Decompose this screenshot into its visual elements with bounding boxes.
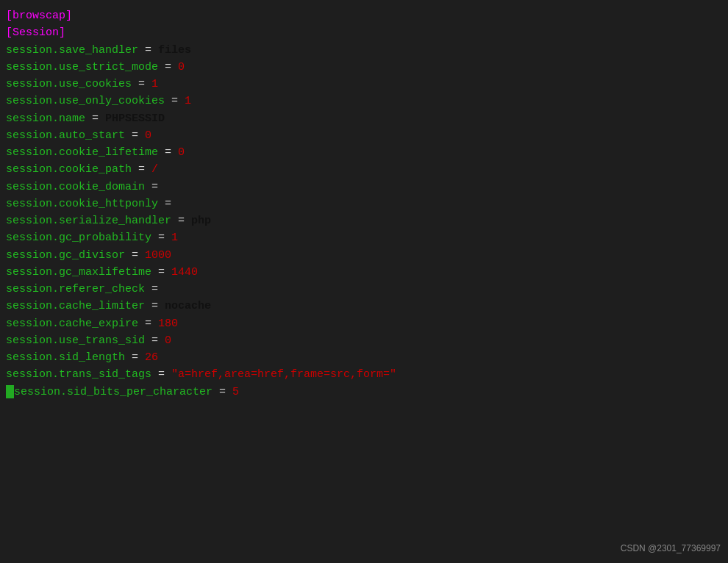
code-token: 0 xyxy=(145,129,151,142)
code-token: 1 xyxy=(171,232,178,244)
code-token: files xyxy=(158,44,191,57)
code-token: session.gc_probability xyxy=(6,232,151,244)
code-token: php xyxy=(191,215,211,227)
code-token: = xyxy=(132,163,151,176)
code-token: session.cookie_lifetime xyxy=(6,146,158,159)
code-token: [Session] xyxy=(6,26,65,39)
code-token: = xyxy=(85,112,105,125)
code-line: session.use_cookies = 1 xyxy=(6,76,722,93)
code-token: session.use_cookies xyxy=(6,78,132,90)
code-line: session.gc_divisor = 1000 xyxy=(6,247,722,264)
code-token: session.gc_maxlifetime xyxy=(6,266,151,279)
code-token: = xyxy=(151,368,171,381)
code-line: [Session] xyxy=(6,24,722,41)
code-token: = xyxy=(138,44,158,57)
code-token: = xyxy=(151,266,171,279)
code-token: nocache xyxy=(165,300,211,312)
code-token: = xyxy=(145,300,165,312)
code-token: = xyxy=(138,318,158,330)
code-token: 1440 xyxy=(171,266,198,279)
code-token: session.use_trans_sid xyxy=(6,334,145,347)
code-token: session.name xyxy=(6,112,85,125)
code-token: 0 xyxy=(178,61,185,73)
code-lines: [browscap][Session]session.save_handler … xyxy=(6,7,722,401)
code-token: session.use_strict_mode xyxy=(6,61,158,73)
code-line: session.sid_bits_per_character = 5 xyxy=(6,384,722,401)
code-token: session.auto_start xyxy=(6,129,125,142)
code-line: session.cookie_lifetime = 0 xyxy=(6,144,722,161)
code-token: session.cookie_httponly xyxy=(6,198,158,210)
code-token: = xyxy=(125,129,145,142)
highlight-marker xyxy=(6,385,14,398)
code-token: session.cookie_domain xyxy=(6,181,145,193)
code-token: session.sid_length xyxy=(6,351,125,364)
code-line: session.trans_sid_tags = "a=href,area=hr… xyxy=(6,366,722,383)
code-token: / xyxy=(151,163,158,176)
code-line: session.cookie_httponly = xyxy=(6,196,722,212)
code-token: [browscap] xyxy=(6,10,72,22)
code-token: = xyxy=(165,95,185,107)
code-token: = xyxy=(158,146,178,159)
code-line: session.name = PHPSESSID xyxy=(6,110,722,127)
code-block: [browscap][Session]session.save_handler … xyxy=(0,0,728,563)
code-line: session.gc_probability = 1 xyxy=(6,229,722,246)
code-token: session.use_only_cookies xyxy=(6,95,165,107)
code-token: session.save_handler xyxy=(6,44,138,57)
code-line: session.cache_limiter = nocache xyxy=(6,298,722,315)
code-token: session.trans_sid_tags xyxy=(6,368,151,381)
code-token: session.sid_bits_per_character xyxy=(14,386,213,398)
code-token: session.cache_expire xyxy=(6,318,138,330)
code-line: session.auto_start = 0 xyxy=(6,127,722,144)
code-line: session.cache_expire = 180 xyxy=(6,315,722,332)
code-token: 1000 xyxy=(145,249,171,262)
code-token: = xyxy=(171,215,191,227)
code-token: 0 xyxy=(178,146,185,159)
code-token: session.referer_check xyxy=(6,283,145,295)
code-token: 26 xyxy=(145,351,158,364)
code-token: 5 xyxy=(232,386,239,398)
code-token: PHPSESSID xyxy=(105,112,165,125)
code-line: session.cookie_domain = xyxy=(6,179,722,196)
code-token: session.serialize_handler xyxy=(6,215,171,227)
code-line: session.gc_maxlifetime = 1440 xyxy=(6,264,722,281)
code-token: = xyxy=(125,249,145,262)
code-line: session.use_trans_sid = 0 xyxy=(6,332,722,349)
code-line: session.use_strict_mode = 0 xyxy=(6,59,722,76)
code-token: session.cache_limiter xyxy=(6,300,145,312)
code-token: 1 xyxy=(185,95,191,107)
code-line: session.save_handler = files xyxy=(6,42,722,59)
code-token: 0 xyxy=(165,334,171,347)
code-token: session.cookie_path xyxy=(6,163,132,176)
code-line: session.use_only_cookies = 1 xyxy=(6,93,722,110)
code-line: session.referer_check = xyxy=(6,281,722,298)
code-token: = xyxy=(125,351,145,364)
code-line: [browscap] xyxy=(6,7,722,24)
code-token: = xyxy=(151,232,171,244)
code-token: = xyxy=(213,386,232,398)
code-token: "a=href,area=href,frame=src,form=" xyxy=(171,368,396,381)
code-token: = xyxy=(145,283,158,295)
code-line: session.cookie_path = / xyxy=(6,161,722,178)
code-line: session.serialize_handler = php xyxy=(6,212,722,229)
code-token: session.gc_divisor xyxy=(6,249,125,262)
code-token: = xyxy=(158,198,171,210)
code-token: = xyxy=(145,181,158,193)
code-line: session.sid_length = 26 xyxy=(6,349,722,366)
code-token: = xyxy=(158,61,178,73)
code-token: 1 xyxy=(151,78,158,90)
code-token: 180 xyxy=(158,318,178,330)
watermark: CSDN @2301_77369997 xyxy=(621,542,721,556)
code-token: = xyxy=(145,334,165,347)
code-token: = xyxy=(132,78,151,90)
